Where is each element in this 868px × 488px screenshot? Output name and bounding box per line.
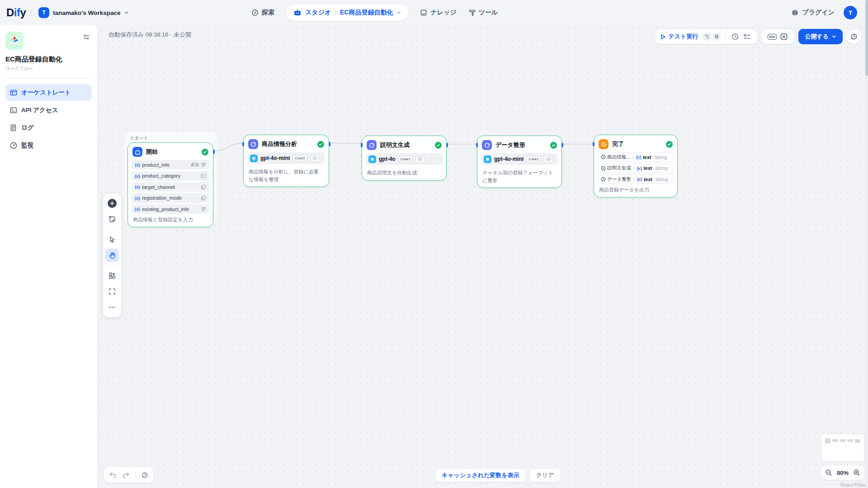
change-history-icon[interactable]	[141, 471, 149, 479]
divider	[107, 229, 118, 230]
chat-mode-badge: CHAT	[398, 156, 413, 162]
variable-icon: {x}	[636, 155, 641, 160]
fit-view-button[interactable]	[105, 285, 119, 298]
env-variables-icon[interactable]: ENV	[766, 31, 778, 42]
undo-icon[interactable]	[109, 472, 117, 479]
play-icon[interactable]	[660, 34, 666, 40]
add-note-button[interactable]	[105, 212, 119, 226]
version-history-button[interactable]	[846, 29, 862, 44]
sidebar-item-api-access[interactable]: API アクセス	[5, 102, 92, 118]
variable-row[interactable]: {x} target_channel	[132, 182, 209, 192]
organize-blocks-button[interactable]	[105, 269, 119, 282]
show-cached-variables-button[interactable]: キャッシュされた変数を表示	[435, 469, 526, 482]
clear-button[interactable]: クリア	[530, 469, 561, 482]
checklist-icon[interactable]	[741, 31, 753, 42]
input-handle[interactable]	[361, 143, 363, 147]
node-title: データ整形	[495, 141, 547, 149]
nav-plugins[interactable]: プラグイン	[791, 9, 835, 17]
input-handle[interactable]	[476, 143, 478, 147]
sidebar-item-label: オーケストレート	[21, 89, 71, 97]
select-type-icon	[201, 195, 206, 201]
test-run-button[interactable]: テスト実行	[668, 33, 698, 41]
pointer-mode-button[interactable]	[105, 233, 119, 246]
model-name: gpt-4o	[379, 156, 396, 162]
nav-tools[interactable]: ツール	[468, 9, 498, 17]
output-type: String	[655, 155, 667, 160]
node-title: 完了	[612, 140, 662, 148]
chevron-down-icon	[832, 34, 836, 39]
chat-mode-badge: CHAT	[292, 155, 307, 161]
nav-explore[interactable]: 探索	[251, 9, 274, 17]
chevron-down-icon[interactable]	[396, 10, 401, 15]
zoom-level[interactable]: 80%	[837, 469, 849, 476]
input-handle[interactable]	[242, 142, 244, 146]
sidebar-item-logs[interactable]: ログ	[5, 119, 92, 136]
paragraph-type-icon	[201, 206, 206, 211]
scrollbar-thumb[interactable]	[865, 0, 868, 76]
dify-logo[interactable]: Dify	[6, 6, 26, 19]
nav-knowledge[interactable]: ナレッジ	[420, 9, 456, 17]
app-sidebar: EC商品登録自動化 ワークフロー オーケストレート API アクセス ログ 監視	[0, 25, 98, 488]
sidebar-item-label: 監視	[21, 141, 33, 150]
variable-icon: {x}	[135, 196, 140, 201]
node-analyze[interactable]: 商品情報分析 gpt-4o-mini CHAT 商品情報を分析し、登録に必要な情…	[243, 135, 329, 187]
output-row[interactable]: 商品情報... / {x} text String	[598, 152, 674, 162]
node-generate[interactable]: 説明文生成 gpt-4o CHAT 商品説明文を自動生成	[362, 136, 447, 181]
workspace-name: tanamako's Workspace	[53, 9, 120, 16]
output-handle[interactable]	[329, 142, 330, 146]
paragraph-type-icon	[201, 162, 206, 167]
output-type: String	[655, 165, 667, 171]
variable-icon: {x}	[637, 166, 642, 171]
workflow-canvas[interactable]: 自動保存済み 08:38:16 · 未公開 テスト実行 R ENV 公開する	[98, 25, 868, 488]
nav-explore-label: 探索	[262, 9, 274, 17]
user-avatar[interactable]: T	[844, 6, 857, 19]
conversation-variables-icon[interactable]	[778, 31, 790, 42]
main-nav: 探索 スタジオ / EC商品登録自動化 ナレッジ ツール	[251, 0, 498, 25]
app-settings-icon[interactable]	[81, 32, 92, 44]
output-row[interactable]: 説明文生成 / {x} text String	[598, 164, 674, 173]
zoom-control: 80%	[821, 465, 864, 480]
logo-text: D	[6, 6, 14, 19]
node-end[interactable]: 完了 商品情報... / {x} text String 説明文生成 / {x}…	[594, 135, 678, 197]
sidebar-item-monitoring[interactable]: 監視	[5, 137, 92, 154]
input-handle[interactable]	[593, 142, 594, 146]
more-options-button[interactable]	[105, 300, 119, 314]
workspace-switcher[interactable]: T tanamako's Workspace	[36, 5, 131, 20]
output-handle[interactable]	[561, 143, 563, 147]
node-title: 開始	[146, 148, 198, 156]
end-node-icon	[599, 139, 609, 149]
hammer-icon	[468, 9, 476, 16]
hand-mode-button[interactable]	[105, 249, 119, 262]
variable-row[interactable]: {x} existing_product_info	[132, 204, 209, 214]
variable-row[interactable]: {x} registration_mode	[132, 193, 209, 203]
app-type-label: ワークフロー	[5, 66, 92, 72]
add-node-button[interactable]	[105, 197, 119, 210]
model-selector[interactable]: gpt-4o CHAT	[366, 153, 443, 165]
output-handle[interactable]	[446, 143, 448, 147]
breadcrumb-separator: /	[335, 9, 336, 16]
success-check-icon	[317, 141, 324, 148]
run-history-icon[interactable]	[729, 31, 741, 42]
page-scrollbar[interactable]	[865, 0, 868, 488]
cursor-icon	[108, 236, 116, 243]
sidebar-item-orchestrate[interactable]: オーケストレート	[5, 84, 92, 101]
node-start[interactable]: 開始 {x} product_info 必須 {x} product_categ…	[127, 142, 213, 227]
node-description: 商品情報と登録設定を入力	[132, 216, 209, 224]
top-header: Dify / T tanamako's Workspace 探索 スタジオ / …	[0, 0, 868, 25]
output-row[interactable]: データ整形 / {x} text String	[598, 174, 674, 184]
nav-studio-breadcrumb[interactable]: スタジオ / EC商品登録自動化	[286, 5, 408, 21]
output-handle[interactable]	[213, 150, 215, 154]
publish-button[interactable]: 公開する	[798, 29, 843, 44]
node-description: 商品情報を分析し、登録に必要な情報を整理	[247, 168, 325, 183]
model-selector[interactable]: gpt-4o-mini CHAT	[481, 153, 558, 165]
output-variable: text	[644, 177, 652, 182]
zoom-in-icon[interactable]	[853, 469, 860, 476]
minimap[interactable]	[821, 434, 864, 462]
zoom-out-icon[interactable]	[825, 469, 832, 476]
variable-row[interactable]: {x} product_category	[132, 171, 209, 181]
sidebar-item-label: ログ	[21, 124, 34, 132]
node-format[interactable]: データ整形 gpt-4o-mini CHAT チャネル別の登録フォーマットに整形	[477, 136, 562, 188]
model-selector[interactable]: gpt-4o-mini CHAT	[247, 152, 325, 164]
variable-row[interactable]: {x} product_info 必須	[132, 160, 209, 169]
redo-icon[interactable]	[122, 472, 130, 479]
